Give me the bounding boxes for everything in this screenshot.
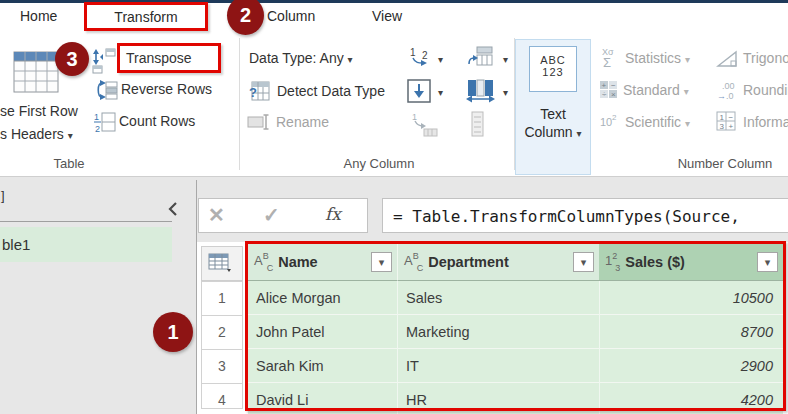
formula-toolbar: ✕ ✓ fx	[198, 198, 368, 233]
statistics-button[interactable]: Statistics ▾	[625, 50, 690, 66]
formula-input[interactable]: = Table.TransformColumnTypes(Source,	[382, 198, 788, 233]
reverse-rows-icon	[94, 79, 118, 106]
dropdown-caret: ▾	[348, 54, 353, 65]
use-first-row-button[interactable]	[13, 51, 59, 97]
rounding-button[interactable]: Rounding	[743, 82, 788, 98]
dropdown-caret: ▾	[577, 128, 582, 139]
fill-down-icon[interactable]	[407, 79, 432, 107]
table-menu-icon	[208, 253, 232, 273]
rename-icon	[247, 113, 271, 135]
trigonometry-icon	[716, 49, 740, 73]
dropdown-caret[interactable]: ▾	[503, 54, 508, 65]
dropdown-caret: ▾	[68, 130, 73, 141]
dropdown-caret[interactable]: ▾	[438, 87, 443, 98]
text-column-label-1: Text	[516, 106, 590, 122]
information-icon: 1 − 3 +	[716, 111, 738, 137]
annotation-box-transform: Transform	[84, 2, 208, 31]
standard-icon: + − ÷ ×	[599, 80, 619, 104]
standard-button[interactable]: Standard ▾	[623, 82, 689, 98]
pivot-icon-disabled: 1	[411, 111, 438, 141]
svg-text:÷: ÷	[602, 90, 607, 99]
move-icon[interactable]	[468, 46, 496, 76]
count-rows-icon: 1 2	[94, 110, 116, 138]
group-label-any-column: Any Column	[329, 156, 429, 171]
transpose-button[interactable]: Transpose	[126, 50, 192, 66]
svg-text:×: ×	[611, 90, 616, 99]
svg-text:1: 1	[412, 112, 417, 122]
tab-transform[interactable]: Transform	[114, 9, 177, 25]
count-rows-button[interactable]: Count Rows	[119, 113, 195, 129]
queries-pane-divider	[0, 221, 172, 222]
svg-text:1: 1	[410, 47, 416, 58]
dropdown-caret[interactable]: ▾	[438, 54, 443, 65]
svg-text:.0: .0	[726, 91, 734, 101]
list-icon-disabled	[471, 111, 485, 141]
group-label-number-column: Number Column	[660, 156, 788, 171]
annotation-box-transpose: Transpose	[117, 43, 221, 73]
fx-icon[interactable]: fx	[325, 204, 341, 224]
detect-data-type-icon: ?	[249, 80, 271, 106]
dropdown-caret[interactable]: ▾	[503, 87, 508, 98]
svg-text:1: 1	[720, 113, 725, 122]
svg-text:+: +	[602, 81, 607, 90]
dropdown-caret: ▾	[685, 118, 690, 129]
use-first-row-label-1[interactable]: se First Row	[0, 103, 78, 119]
trigonometry-button[interactable]: Trigonometry	[743, 50, 788, 66]
svg-text:→: →	[717, 91, 726, 101]
data-type-button[interactable]: Data Type: Any ▾	[249, 50, 353, 66]
annotation-step-2: 2	[227, 0, 264, 35]
row-number[interactable]: 2	[201, 315, 243, 350]
row-number[interactable]: 1	[201, 281, 243, 316]
svg-text:+: +	[729, 122, 734, 131]
svg-text:10: 10	[600, 116, 612, 128]
text-column-label-2: Column ▾	[516, 124, 590, 140]
unpivot-icon[interactable]	[465, 79, 497, 107]
text-column-button[interactable]: ABC 123 Text Column ▾	[515, 39, 591, 175]
svg-text:2: 2	[422, 50, 428, 61]
row-number[interactable]: 4	[201, 383, 243, 409]
information-button[interactable]: Information	[743, 114, 788, 130]
scientific-button[interactable]: Scientific ▾	[625, 114, 690, 130]
collapse-pane-icon[interactable]	[167, 201, 179, 217]
reverse-rows-button[interactable]: Reverse Rows	[121, 81, 212, 97]
svg-text:−: −	[611, 81, 616, 90]
svg-text:3: 3	[720, 122, 725, 131]
replace-values-icon[interactable]: 1 2	[409, 46, 433, 76]
annotation-box-table	[245, 241, 786, 411]
svg-text:Σ: Σ	[603, 55, 611, 69]
transpose-icon	[92, 46, 117, 79]
annotation-step-3: 3	[55, 42, 89, 76]
table-icon	[13, 51, 59, 93]
svg-text:2: 2	[612, 113, 617, 122]
use-first-row-label-2[interactable]: s Headers ▾	[0, 126, 73, 142]
group-label-table: Table	[39, 156, 99, 171]
svg-text:2: 2	[95, 124, 100, 134]
abc-123-icon: ABC 123	[529, 46, 577, 92]
queries-pane-header-fragment: ]	[1, 188, 5, 203]
check-icon[interactable]: ✓	[263, 203, 280, 227]
query-item-table1[interactable]: ble1	[0, 227, 172, 262]
statistics-icon: Xσ Σ	[600, 47, 622, 73]
row-number[interactable]: 3	[201, 349, 243, 384]
svg-text:.00: .00	[722, 81, 735, 91]
ribbon-separator	[239, 38, 240, 170]
cancel-icon[interactable]: ✕	[208, 203, 225, 227]
select-all-button[interactable]	[201, 246, 243, 281]
rounding-icon: .00 → .0	[716, 80, 740, 106]
tab-column[interactable]: Column	[267, 8, 315, 24]
dropdown-caret: ▾	[685, 54, 690, 65]
scientific-icon: 10 2	[599, 112, 621, 134]
rename-button[interactable]: Rename	[276, 114, 329, 130]
tab-home[interactable]: Home	[20, 8, 57, 24]
tab-view[interactable]: View	[372, 8, 402, 24]
annotation-step-1: 1	[153, 312, 193, 352]
svg-text:−: −	[729, 113, 734, 122]
dropdown-caret: ▾	[684, 86, 689, 97]
svg-text:1: 1	[94, 112, 99, 122]
svg-text:?: ?	[249, 85, 257, 100]
power-query-window: { "tabs": {"home":"Home","transform":"Tr…	[0, 0, 788, 414]
detect-data-type-button[interactable]: Detect Data Type	[277, 83, 385, 99]
